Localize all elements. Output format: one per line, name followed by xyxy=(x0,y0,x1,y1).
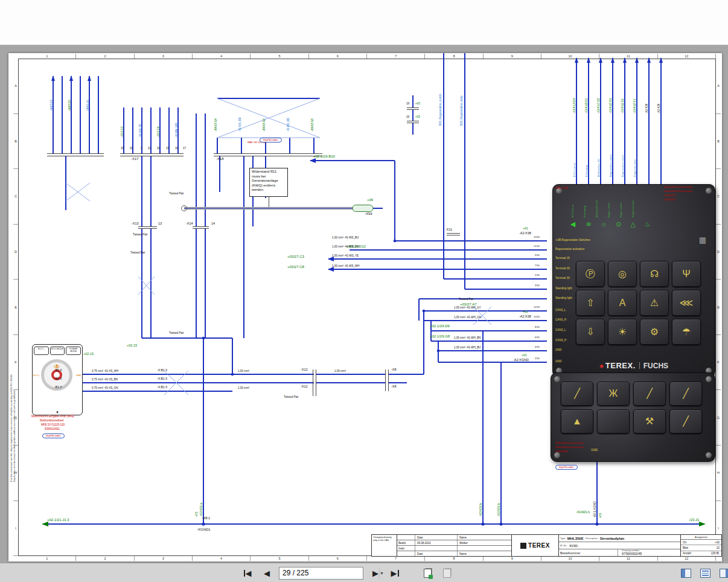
keypad-signal-label: +UB Regeneration Switches xyxy=(555,238,590,241)
lever-b-icon: ╱ xyxy=(669,382,702,406)
terex-fuchs-logo: ◆TEREX.FUCHS xyxy=(553,360,715,371)
blank-key xyxy=(597,409,630,433)
signature-table: Date Name Bearb. 06.08.2010 Welker Gepr. xyxy=(397,535,512,556)
screw-icon xyxy=(554,376,560,382)
keypad-button-grid: Ⓟ ◎ ☊ Ψ ⇧ A ⚠ ⋘ xyxy=(576,261,701,345)
gepr-label: Gepr. xyxy=(397,546,415,551)
bottom-toolbar: ◀ ◀ ▼ ▶ ▶ xyxy=(0,563,728,582)
knob-center xyxy=(51,369,62,380)
previous-view-button[interactable]: ◀ xyxy=(240,566,255,580)
pdf-viewer: 123456789101112 123456789101112 ABCDEFGH… xyxy=(0,0,728,582)
keypad-panel-lower: ╱ Ж ╱ ╱ ▲ ⚒ ╱ GND xyxy=(551,373,715,462)
page-copy-icon xyxy=(443,569,451,578)
keypad-panel-upper: ECO t tempPreheatingMultifunction SXRege… xyxy=(552,184,715,377)
drawing-description: Stromlaufplan xyxy=(600,537,624,540)
keypad-signal-label: GND xyxy=(555,348,561,351)
keypad-signal-label: Terminal 30 xyxy=(555,277,570,280)
terex-logo-icon xyxy=(520,543,526,549)
duplicate-view-button[interactable] xyxy=(420,566,435,580)
changing-note: Changing drawing only in the CAD xyxy=(373,536,395,542)
terex-brand-cell: TEREX xyxy=(512,535,559,556)
dial-marker-icon: ▼ xyxy=(33,411,82,414)
bearb-label: Bearb. xyxy=(397,540,415,545)
machine-number: 4190- xyxy=(569,544,578,548)
name-header: Name xyxy=(458,536,511,539)
keypad-signal-label: CAN3_H xyxy=(555,318,566,321)
drawing-number: 6790000245 xyxy=(622,552,642,556)
screw-icon xyxy=(706,452,712,458)
letter-a-icon: A xyxy=(608,290,637,316)
arrow-left-icon: ◀ xyxy=(246,569,252,577)
keypad-signal-label: Regeneration activation xyxy=(555,248,584,251)
lever-up-icon: ╱ xyxy=(561,382,593,406)
arrow-right-icon: ▶ xyxy=(391,569,397,577)
previous-page-button[interactable]: ◀ xyxy=(260,566,274,580)
eco-plus-label: ECO+ xyxy=(33,374,40,377)
page-number-input[interactable] xyxy=(279,569,379,577)
keypad-signal-label: CAN3_L xyxy=(555,328,566,331)
keypad-signal-label: Terminal 15 xyxy=(555,257,570,260)
keypad-signal-label: CAN3_H xyxy=(555,339,566,342)
thumbnails-icon xyxy=(700,569,710,578)
thumbnails-panel-button[interactable] xyxy=(698,566,712,580)
document-viewport: 123456789101112 123456789101112 ABCDEFGH… xyxy=(0,45,728,563)
parking-brake-icon: Ⓟ xyxy=(576,261,605,287)
worklight-icon: ☀ xyxy=(608,319,637,345)
beacon-icon: ◎ xyxy=(608,261,637,287)
wiper-icon: ☂ xyxy=(672,319,701,345)
boom-float-icon: ▲ xyxy=(561,409,593,433)
machine-type: MHL350E xyxy=(567,537,584,540)
screw-icon xyxy=(706,376,712,382)
keypad-signal-label: Terminal 30 xyxy=(555,267,570,270)
title-block: Changing drawing only in the CAD Date Na… xyxy=(371,534,722,557)
mfe-dial: ECO + ECO MODE POWER MODE ECO+ ↺ ↻ MAX ▼ xyxy=(32,344,83,415)
joystick-icon: Ψ xyxy=(672,261,701,287)
note-box: Widerstand R11 muss bei Generatoranlage … xyxy=(249,168,288,197)
engine-icon: ⚙ xyxy=(640,319,669,345)
bearb-date: 06.08.2010 xyxy=(415,540,458,545)
max-label: MAX xyxy=(76,374,81,377)
screw-icon xyxy=(554,452,560,458)
rotate-right-icon: ↻ xyxy=(55,363,60,369)
next-page-button[interactable]: ▶ xyxy=(368,566,383,580)
sidebar-panel-icon xyxy=(681,569,691,578)
hazard-icon: ⚠ xyxy=(640,290,669,316)
logo-divider xyxy=(639,362,640,369)
lever-a-icon: ╱ xyxy=(633,382,666,406)
gnd-label: GND xyxy=(591,448,598,452)
power-mode-button: POWER MODE xyxy=(66,347,81,355)
attachments-panel-button[interactable] xyxy=(717,566,728,580)
bearb-name: Welker xyxy=(458,542,511,545)
split-view-button[interactable] xyxy=(439,566,454,580)
date-header: Date xyxy=(415,535,458,540)
sheet-number: 22 xyxy=(717,546,720,549)
keypad-signal-label: Standing light xyxy=(555,287,572,290)
rotary-knob: ↺ ↻ xyxy=(41,359,72,391)
schematic-page: 123456789101112 123456789101112 ABCDEFGH… xyxy=(8,53,722,561)
keypad-signal-label: Standing light xyxy=(555,296,572,299)
attachments-icon xyxy=(720,569,728,578)
page-number-box[interactable]: ▼ xyxy=(279,567,363,580)
lever-c-icon: ╱ xyxy=(669,409,702,433)
sidebar-panel-button[interactable] xyxy=(679,566,693,580)
bar-icon xyxy=(244,570,245,577)
tools-icon: ⚒ xyxy=(633,409,666,433)
green-badge-icon xyxy=(429,575,433,579)
keypad-button-grid: ╱ Ж ╱ ╱ ▲ ⚒ ╱ xyxy=(561,382,702,433)
last-page-button[interactable]: ▶ xyxy=(388,566,402,580)
terex-diamond-icon: ◆ xyxy=(599,363,604,369)
page-copy-icon xyxy=(424,569,432,578)
headlight-icon: ⋘ xyxy=(672,290,701,316)
arrow-left-icon: ◀ xyxy=(264,569,270,577)
assignment-cell: Assignment Ort +02 Blatt 22 Anzahl 225 B… xyxy=(681,535,721,556)
arrow-right-icon: ▶ xyxy=(372,569,378,577)
bar-icon xyxy=(398,570,399,577)
eco-plus-button: ECO + xyxy=(34,347,49,355)
seatbelt-icon: ☊ xyxy=(640,261,669,287)
eco-mode-button: ECO MODE xyxy=(50,347,65,355)
sheet-count: 225 Bl. xyxy=(711,552,720,555)
boom-down-icon: ⇩ xyxy=(576,319,605,345)
grapple-icon: Ж xyxy=(597,382,630,406)
top-toolbar-area xyxy=(0,0,728,45)
drawing-info-cell: Type MHL350E Description: Stromlaufplan … xyxy=(559,535,681,556)
